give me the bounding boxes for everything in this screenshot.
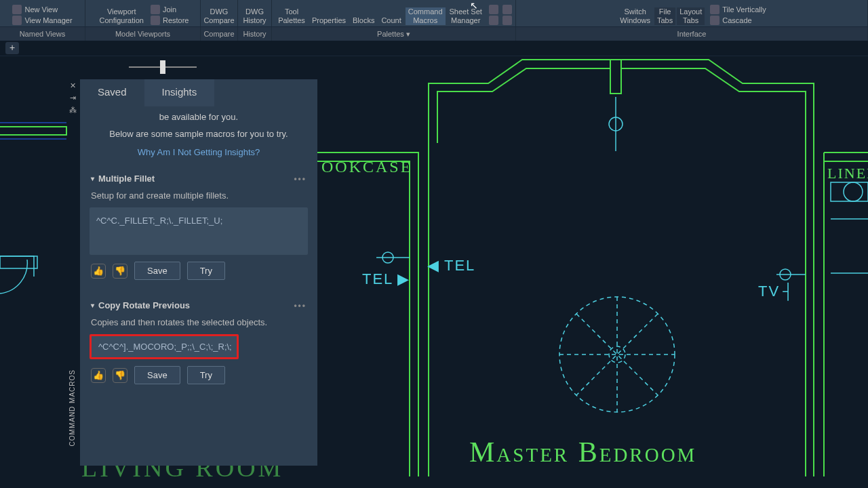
dwg-compare-label: DWG Compare <box>203 7 234 25</box>
svg-rect-0 <box>610 60 621 94</box>
command-macros-panel: Saved Insights be available for you. Bel… <box>80 79 317 466</box>
linen-label: LINEN <box>827 165 868 182</box>
thumbs-up-icon[interactable]: 👍 <box>91 368 106 383</box>
interface-group: Switch Windows File Tabs Layout Tabs Til… <box>516 0 868 26</box>
macro-actions: 👍 👎 Save Try <box>90 359 308 391</box>
section-model-viewports: Model Viewports <box>85 27 201 41</box>
join-label: Join <box>163 5 176 14</box>
count-button[interactable]: Count <box>378 16 403 25</box>
svg-rect-1 <box>0 256 37 268</box>
cascade-label: Cascade <box>722 16 751 24</box>
cascade-icon <box>710 16 719 25</box>
intro-text-1: be available for you. <box>90 112 308 122</box>
cascade-button[interactable]: Cascade <box>710 16 766 25</box>
dwg-history-label: DWG History <box>243 7 266 25</box>
palette-icon-3[interactable] <box>502 5 512 14</box>
options-icon[interactable]: ⁂ <box>68 106 77 114</box>
new-view-button[interactable]: New View <box>12 5 72 14</box>
try-button[interactable]: Try <box>187 262 225 280</box>
model-viewports-group: Viewport Configuration Join Restore <box>85 0 201 26</box>
macro-copy-rotate-previous: ▾ Copy Rotate Previous ••• Copies and th… <box>90 296 308 391</box>
switch-windows-button[interactable]: Switch Windows <box>617 7 653 25</box>
master-bedroom-label: Master Bedroom <box>469 436 696 468</box>
macro-header[interactable]: ▾ Multiple Fillet ••• <box>90 169 308 188</box>
more-icon[interactable]: ••• <box>294 301 307 310</box>
thumbs-down-icon[interactable]: 👎 <box>113 264 127 279</box>
ribbon-toolbar: New View View Manager Viewport Configura… <box>0 0 868 27</box>
join-button[interactable]: Join <box>151 5 189 14</box>
thumbs-down-icon[interactable]: 👎 <box>113 368 127 383</box>
macro-code-highlighted[interactable]: ^C^C^]._MOCORO;_P;;\_C;\;_R;\; <box>90 334 239 359</box>
slider-handle <box>160 60 165 74</box>
section-compare: Compare <box>201 27 238 41</box>
restore-button[interactable]: Restore <box>151 16 189 25</box>
dwg-compare-button[interactable]: DWG Compare <box>201 7 237 25</box>
section-named-views: Named Views <box>0 27 85 41</box>
compare-group: DWG Compare <box>201 0 238 26</box>
properties-label: Properties <box>312 16 346 25</box>
macro-title: Multiple Fillet <box>98 174 155 184</box>
view-manager-icon <box>12 16 22 25</box>
close-icon[interactable]: ✕ <box>68 81 77 89</box>
viewport-config-label: Viewport Configuration <box>100 7 144 25</box>
insights-help-link[interactable]: Why Am I Not Getting Insights? <box>90 147 308 157</box>
tel-label-right: ◀TEL <box>427 257 475 274</box>
tel-label-left: TEL▶ <box>362 270 410 288</box>
tile-vertically-button[interactable]: Tile Vertically <box>710 5 766 14</box>
pin-icon[interactable]: ⇥ <box>68 94 77 102</box>
count-label: Count <box>381 16 401 25</box>
thumbs-up-icon[interactable]: 👍 <box>91 264 106 279</box>
palette-icon-4[interactable] <box>502 16 512 25</box>
dwg-history-button[interactable]: DWG History <box>240 7 269 25</box>
file-tabs-button[interactable]: File Tabs <box>654 7 675 25</box>
properties-button[interactable]: Properties <box>309 16 349 25</box>
cursor-icon: ↖ <box>470 0 478 11</box>
panel-controls: ✕ ⇥ ⁂ <box>68 81 78 114</box>
more-icon[interactable]: ••• <box>294 174 307 184</box>
layout-tabs-label: Layout Tabs <box>679 7 702 25</box>
triangle-right-icon: ▶ <box>397 270 410 288</box>
view-manager-button[interactable]: View Manager <box>12 16 72 25</box>
palette-icon-1[interactable] <box>489 5 498 14</box>
restore-icon <box>151 16 160 25</box>
chevron-down-icon: ▾ <box>91 175 94 182</box>
tool-palettes-button[interactable]: Tool Palettes <box>275 7 308 25</box>
file-tabs-label: File Tabs <box>657 7 673 25</box>
try-button[interactable]: Try <box>187 366 225 384</box>
tool-palettes-label: Tool Palettes <box>278 7 305 25</box>
tv-label: TV┤ <box>758 283 795 300</box>
chevron-down-icon: ▾ <box>91 302 94 309</box>
tab-saved[interactable]: Saved <box>80 79 144 106</box>
section-palettes[interactable]: Palettes ▾ <box>272 27 516 41</box>
panel-body: be available for you. Below are some sam… <box>80 106 317 466</box>
save-button[interactable]: Save <box>134 262 180 280</box>
switch-windows-label: Switch Windows <box>620 7 650 25</box>
command-macros-button[interactable]: Command Macros <box>406 7 446 25</box>
viewport-config-button[interactable]: Viewport Configuration <box>97 7 146 25</box>
macro-actions: 👍 👎 Save Try <box>90 255 308 287</box>
layout-tabs-button[interactable]: Layout Tabs <box>677 7 705 25</box>
panel-tabs: Saved Insights <box>80 79 317 106</box>
section-interface: Interface <box>516 27 868 41</box>
intro-text-2: Below are some sample macros for you to … <box>90 129 308 139</box>
panel-title-vertical: COMMAND MACROS <box>68 369 76 446</box>
history-group: DWG History <box>238 0 272 26</box>
restore-label: Restore <box>163 16 189 24</box>
new-tab-button[interactable]: + <box>5 42 19 54</box>
ribbon-sections: Named Views Model Viewports Compare Hist… <box>0 27 868 41</box>
tile-vertically-label: Tile Vertically <box>722 5 766 14</box>
palette-icon-2[interactable] <box>489 16 498 25</box>
file-tabs-bar: + <box>0 41 868 56</box>
new-view-icon <box>12 5 22 14</box>
triangle-left-icon: ◀ <box>427 257 440 274</box>
macro-multiple-fillet: ▾ Multiple Fillet ••• Setup for and crea… <box>90 169 308 287</box>
macro-header[interactable]: ▾ Copy Rotate Previous ••• <box>90 296 308 314</box>
bookcase-label: OOKCASE <box>321 158 412 176</box>
new-view-label: New View <box>24 5 58 14</box>
sheet-set-button[interactable]: Sheet Set Manager <box>447 7 485 25</box>
save-button[interactable]: Save <box>134 366 180 384</box>
command-macros-label: Command Macros <box>408 7 443 25</box>
tab-insights[interactable]: Insights <box>144 79 215 106</box>
blocks-button[interactable]: Blocks <box>350 16 377 25</box>
macro-code[interactable]: ^C^C._FILLET;_R;\._FILLET;_U; <box>90 207 308 255</box>
